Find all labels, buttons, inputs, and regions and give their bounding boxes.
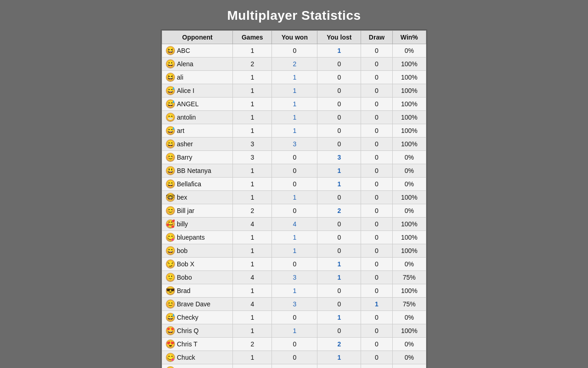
games-cell: 1 — [233, 231, 272, 244]
table-row: 😊Barry30300% — [162, 151, 426, 164]
lost-cell: 1 — [317, 178, 361, 191]
won-cell: 0 — [272, 178, 317, 191]
table-row: 🤩Chris Q1100100% — [162, 324, 426, 338]
opponent-name: Alena — [177, 60, 193, 68]
lost-cell: 0 — [317, 218, 361, 231]
opponent-name: bluepants — [177, 234, 205, 241]
table-row: 😅Checky10100% — [162, 311, 426, 324]
opponent-cell: 🤓bex — [162, 191, 233, 204]
table-row: 😄Bellafica10100% — [162, 178, 426, 191]
games-cell: 4 — [233, 271, 272, 284]
won-cell: 0 — [272, 351, 317, 364]
lost-cell: 1 — [317, 258, 361, 271]
won-cell: 0 — [272, 338, 317, 351]
draw-cell: 0 — [361, 138, 392, 151]
col-opponent: Opponent — [162, 31, 233, 44]
draw-cell: 0 — [361, 178, 392, 191]
opponent-name: Chris T — [177, 340, 198, 348]
lost-cell: 0 — [317, 111, 361, 124]
won-cell: 1 — [272, 111, 317, 124]
won-cell: 3 — [272, 298, 317, 311]
avatar: 😅 — [166, 86, 175, 95]
opponent-name: Brave Dave — [177, 300, 210, 308]
lost-cell: 1 — [317, 164, 361, 178]
won-cell: 3 — [272, 138, 317, 151]
avatar: 🥰 — [166, 219, 175, 229]
games-cell: 1 — [233, 351, 272, 364]
table-row: 😏Bob X10100% — [162, 258, 426, 271]
draw-cell: 0 — [361, 271, 392, 284]
avatar: 😄 — [166, 179, 175, 189]
won-cell: 0 — [272, 44, 317, 58]
opponent-name: Bobo — [177, 274, 192, 281]
won-cell: 1 — [272, 191, 317, 204]
lost-cell: 0 — [317, 324, 361, 338]
lost-cell: 0 — [317, 298, 361, 311]
table-header-row: Opponent Games You won You lost Draw Win… — [162, 31, 426, 44]
avatar: 😊 — [166, 206, 175, 215]
draw-cell: 0 — [361, 338, 392, 351]
winpct-cell: 100% — [392, 111, 426, 124]
table-row: 😆ali1100100% — [162, 71, 426, 84]
opponent-cell: 😃BB Netanya — [162, 164, 233, 178]
winpct-cell: 0% — [392, 311, 426, 324]
avatar: 😍 — [166, 339, 175, 349]
games-cell: 1 — [233, 44, 272, 58]
games-cell: 1 — [233, 311, 272, 324]
draw-cell: 0 — [361, 258, 392, 271]
lost-cell: 0 — [317, 58, 361, 71]
opponent-name: art — [177, 127, 184, 134]
table-row: 😄asher3300100% — [162, 138, 426, 151]
table-row: 🙂Bobo431075% — [162, 271, 426, 284]
opponent-cell: 😋Chuck — [162, 364, 233, 368]
opponent-cell: 😎Brad — [162, 284, 233, 298]
opponent-name: Chuck — [177, 354, 195, 361]
games-cell: 1 — [233, 111, 272, 124]
opponent-cell: 😊Bill jar — [162, 204, 233, 218]
won-cell: 1 — [272, 98, 317, 111]
winpct-cell: 75% — [392, 298, 426, 311]
games-cell: 1 — [233, 71, 272, 84]
avatar: 😄 — [166, 139, 175, 149]
winpct-cell: 100% — [392, 84, 426, 98]
games-cell: 2 — [233, 58, 272, 71]
opponent-cell: 😅ANGEL — [162, 98, 233, 111]
opponent-name: Alice I — [177, 87, 194, 94]
col-draw: Draw — [361, 31, 392, 44]
winpct-cell: 100% — [392, 191, 426, 204]
avatar: 😁 — [166, 113, 175, 122]
lost-cell: 0 — [317, 124, 361, 138]
opponent-cell: 😄bob — [162, 244, 233, 258]
draw-cell: 0 — [361, 58, 392, 71]
lost-cell: 1 — [317, 271, 361, 284]
winpct-cell: 100% — [392, 138, 426, 151]
table-row: 😄bob1100100% — [162, 244, 426, 258]
opponent-name: ANGEL — [177, 100, 198, 108]
lost-cell: 0 — [317, 244, 361, 258]
table-row: 😀Alena2200100% — [162, 58, 426, 71]
draw-cell: 0 — [361, 351, 392, 364]
avatar: 😋 — [166, 366, 175, 368]
avatar: 😅 — [166, 313, 175, 322]
opponent-name: Bob X — [177, 260, 194, 268]
winpct-cell: 0% — [392, 258, 426, 271]
opponent-cell: 😆ali — [162, 71, 233, 84]
winpct-cell: 100% — [392, 124, 426, 138]
avatar: 😆 — [166, 46, 175, 55]
opponent-cell: 😅Alice I — [162, 84, 233, 98]
opponent-cell: 😋Chuck — [162, 351, 233, 364]
games-cell: 4 — [233, 298, 272, 311]
opponent-cell: 😏Bob X — [162, 258, 233, 271]
opponent-name: billy — [177, 220, 188, 228]
won-cell: 1 — [272, 244, 317, 258]
avatar: 😅 — [166, 126, 175, 135]
opponent-name: antolin — [177, 114, 196, 121]
opponent-cell: 😅art — [162, 124, 233, 138]
table-row: 😋Chuck10100% — [162, 364, 426, 368]
opponent-cell: 😊Brave Dave — [162, 298, 233, 311]
col-winpct: Win% — [392, 31, 426, 44]
draw-cell: 0 — [361, 231, 392, 244]
avatar: 😅 — [166, 99, 175, 109]
won-cell: 0 — [272, 364, 317, 368]
opponent-cell: 😁antolin — [162, 111, 233, 124]
